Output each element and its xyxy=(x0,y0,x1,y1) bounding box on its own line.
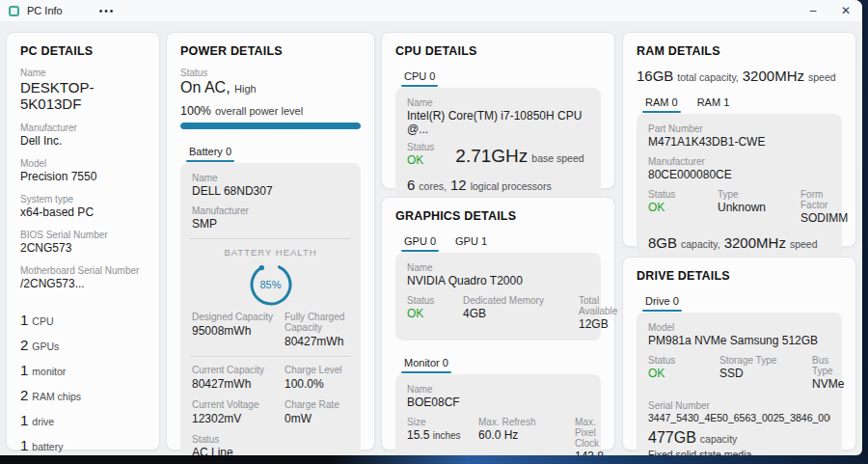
drive-storagetype-label: Storage Type xyxy=(719,355,804,366)
cpu-tabs: CPU 0 xyxy=(403,68,601,88)
monitor-refresh-value: 60.0 Hz xyxy=(478,428,567,442)
ram-cap-value: 8GB xyxy=(648,234,677,251)
battery-name-value: DELL 68ND307 xyxy=(192,184,349,198)
count-cpu: 1 CPU xyxy=(20,312,146,328)
pc-systemtype-label: System type xyxy=(20,194,146,205)
current-capacity-field: Current Capacity 80427mWh xyxy=(192,365,277,391)
battery-name-label: Name xyxy=(192,173,349,183)
ram-details-panel: RAM DETAILS 16GB total capacity, 3200MHz… xyxy=(622,32,856,247)
gpu-total-value: 12GB xyxy=(579,317,617,331)
drive-stats: Status OK Storage Type SSD Bus Type NVMe xyxy=(648,355,830,391)
count-gpus-num: 2 xyxy=(20,337,28,353)
hardware-counts: 1 CPU 2 GPUs 1 monitor 2 RAM chips 1 d xyxy=(20,312,146,453)
ram-stick-speed-label: speed xyxy=(790,238,818,250)
cpu-lp-label: logical processors xyxy=(471,180,552,192)
app-icon xyxy=(9,6,19,16)
charge-rate-field: Charge Rate 0mW xyxy=(285,399,349,425)
fully-charged-field: Fully Charged Capacity 80427mWh xyxy=(285,312,349,348)
gpu-status-field: Status OK xyxy=(407,295,455,331)
pc-model-label: Model xyxy=(20,158,146,169)
tab-battery-0[interactable]: Battery 0 xyxy=(188,143,232,163)
drive-model-value: PM981a NVMe Samsung 512GB xyxy=(648,334,830,347)
power-level-bar-fill xyxy=(180,123,361,129)
tab-gpu-0[interactable]: GPU 0 xyxy=(403,232,437,253)
cpu-cores-row: 6 cores, 12 logical processors xyxy=(407,177,589,193)
gpu-name-value: NVIDIA Quadro T2000 xyxy=(407,274,589,287)
monitor-stats: Size 15.5 inches Max. Refresh 60.0 Hz Ma… xyxy=(407,417,589,455)
cpu-speed-value: 2.71GHz xyxy=(455,146,528,167)
current-voltage-field: Current Voltage 12302mV xyxy=(192,399,277,425)
count-battery-num: 1 xyxy=(20,437,28,453)
battery-live-grid: Current Capacity 80427mWh Charge Level 1… xyxy=(192,365,349,425)
drive-model-label: Model xyxy=(648,322,830,333)
monitor-refresh-field: Max. Refresh 60.0 Hz xyxy=(478,417,567,455)
ram-formfactor-field: Form Factor SODIMM xyxy=(800,189,848,225)
cpu-details-title: CPU DETAILS xyxy=(395,44,601,58)
count-battery: 1 battery xyxy=(20,437,146,453)
ram-stick-summary: 8GB capacity, 3200MHz speed xyxy=(648,234,830,251)
designed-capacity-field: Designed Capacity 95008mWh xyxy=(192,312,277,348)
drive-bustype-label: Bus Type xyxy=(812,355,844,376)
monitor-pixelclock-label: Max. Pixel Clock xyxy=(575,417,604,449)
overflow-menu-icon[interactable]: ••• xyxy=(95,4,120,18)
ram-formfactor-label: Form Factor xyxy=(800,189,848,210)
count-monitor: 1 monitor xyxy=(20,362,146,378)
ram-type-label: Type xyxy=(718,189,793,200)
ram-status-label: Status xyxy=(648,189,710,200)
cpu-speed-row: Status OK 2.71GHz base speed xyxy=(407,142,589,167)
tab-ram-0[interactable]: RAM 0 xyxy=(644,94,679,114)
power-details-title: POWER DETAILS xyxy=(180,44,361,58)
cpu-status-value: OK xyxy=(407,153,434,167)
pc-details-title: PC DETAILS xyxy=(20,44,146,58)
ram-part-label: Part Number xyxy=(648,123,830,134)
count-drive: 1 drive xyxy=(20,412,146,428)
power-status-main: On AC, xyxy=(180,79,231,96)
divider xyxy=(190,238,351,239)
current-voltage-label: Current Voltage xyxy=(192,399,277,410)
drive-details-panel: DRIVE DETAILS Drive 0 Model PM981a NVMe … xyxy=(622,257,856,450)
gpu-total-field: Total Available 12GB xyxy=(579,295,617,331)
count-monitor-label: monitor xyxy=(32,366,66,377)
power-level-label: overall power level xyxy=(215,105,303,117)
tab-cpu-0[interactable]: CPU 0 xyxy=(403,68,436,88)
battery-card: Name DELL 68ND307 Manufacturer SMP BATTE… xyxy=(180,163,361,455)
charge-rate-label: Charge Rate xyxy=(285,399,349,410)
gpu-card: Name NVIDIA Quadro T2000 Status OK Dedic… xyxy=(395,253,601,341)
count-cpu-label: CPU xyxy=(32,315,53,327)
gpu-dedicated-value: 4GB xyxy=(463,307,571,320)
minimize-button[interactable]: – xyxy=(797,2,829,19)
ram-total-label: total capacity, xyxy=(677,71,738,83)
charge-rate-value: 0mW xyxy=(285,412,349,425)
count-ram-label: RAM chips xyxy=(32,391,81,402)
monitor-size-value: 15.5 inches xyxy=(407,428,471,442)
drive-tabs: Drive 0 xyxy=(644,292,842,313)
ram-summary-line: 16GB total capacity, 3200MHz speed xyxy=(637,68,842,84)
drive-storagetype-field: Storage Type SSD xyxy=(719,355,804,391)
tab-monitor-0[interactable]: Monitor 0 xyxy=(403,354,449,374)
pc-mb-serial-value: /2CNG573... xyxy=(20,277,146,290)
cpu-card: Name Intel(R) Core(TM) i7-10850H CPU @..… xyxy=(395,88,601,203)
cpu-cores-label: cores, xyxy=(419,180,447,192)
drive-card: Model PM981a NVMe Samsung 512GB Status O… xyxy=(637,313,842,455)
cpu-status-label: Status xyxy=(407,142,434,152)
charge-level-value: 100.0% xyxy=(285,377,349,391)
fully-charged-value: 80427mWh xyxy=(285,335,349,348)
count-gpus-label: GPUs xyxy=(32,341,59,352)
tab-drive-0[interactable]: Drive 0 xyxy=(644,292,680,313)
tab-gpu-1[interactable]: GPU 1 xyxy=(454,232,488,253)
tab-ram-1[interactable]: RAM 1 xyxy=(696,94,731,114)
drive-serial-value: 3447_5430_4E50_6563_0025_3846_0000_0... xyxy=(648,412,830,423)
pc-info-window: PC Info ••• – ✕ PC DETAILS Name DESKTOP-… xyxy=(0,0,862,455)
power-status-label: Status xyxy=(180,68,361,78)
pc-manufacturer-label: Manufacturer xyxy=(20,123,146,133)
cpu-lp-num: 12 xyxy=(450,177,467,193)
power-status-value: On AC, High xyxy=(180,79,361,96)
cpu-details-panel: CPU DETAILS CPU 0 Name Intel(R) Core(TM)… xyxy=(381,32,615,189)
drive-status-label: Status xyxy=(648,355,712,366)
power-level-value: 100% xyxy=(180,104,211,118)
ram-formfactor-value: SODIMM xyxy=(800,211,848,225)
ram-type-field: Type Unknown xyxy=(718,189,793,225)
designed-capacity-label: Designed Capacity xyxy=(192,312,277,322)
battery-health-gauge: 85% xyxy=(192,261,349,308)
close-button[interactable]: ✕ xyxy=(829,2,862,19)
